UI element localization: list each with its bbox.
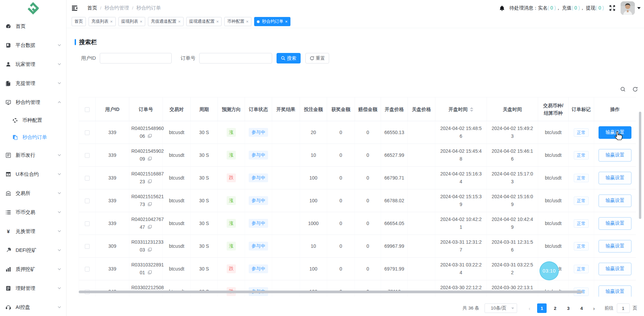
sidebar-item-7[interactable]: 交易所 <box>0 184 66 203</box>
sidebar-item-1[interactable]: 平台数据 <box>0 36 66 55</box>
user-id-input[interactable] <box>100 53 172 63</box>
tab-3[interactable]: 充值通道配置× <box>148 17 184 26</box>
sidebar-item-0[interactable]: 首页 <box>0 17 66 36</box>
copy-icon[interactable] <box>148 201 152 205</box>
copy-icon[interactable] <box>148 246 152 251</box>
logo[interactable] <box>0 0 66 17</box>
copy-icon[interactable] <box>148 133 152 137</box>
column-header-order_no: 订单号 <box>129 97 163 121</box>
row-checkbox[interactable] <box>85 130 90 135</box>
sort-carets-icon[interactable] <box>470 107 473 112</box>
user-menu-caret-icon[interactable] <box>637 7 641 9</box>
breadcrumb-item-0[interactable]: 首页 <box>87 5 97 11</box>
sidebar-item-12[interactable]: 理财管理 <box>0 279 66 298</box>
cell-result <box>272 258 300 280</box>
avatar[interactable] <box>621 1 635 15</box>
sidebar-item-6[interactable]: U本位合约 <box>0 165 66 184</box>
cell-period: 30 S <box>191 235 218 258</box>
tab-close-icon[interactable]: × <box>140 19 143 24</box>
column-header-close_time: 关盘时间 <box>487 97 538 121</box>
sidebar-item-8[interactable]: 币币交易 <box>0 203 66 222</box>
win-lose-setting-button[interactable]: 输赢设置 <box>599 194 631 207</box>
tab-5[interactable]: 币种配置× <box>224 17 251 26</box>
tab-close-icon[interactable]: × <box>178 19 181 24</box>
select-all-checkbox[interactable] <box>85 107 90 112</box>
tab-0[interactable]: 首页 <box>72 17 86 26</box>
order-no-input[interactable] <box>199 53 272 63</box>
cell-checkbox <box>79 258 96 280</box>
cell-currency: btc/usdt <box>538 280 569 297</box>
sidebar-item-9[interactable]: ¥兑换管理 <box>0 222 66 241</box>
goto-page-input[interactable] <box>617 303 630 313</box>
copy-icon[interactable] <box>148 224 152 228</box>
row-checkbox[interactable] <box>85 176 90 181</box>
tab-2[interactable]: 提现列表× <box>118 17 146 26</box>
cell-compensate: 0 <box>355 189 381 212</box>
sidebar-item-4-0[interactable]: 币种配置 <box>0 112 66 129</box>
vertical-scrollbar-thumb[interactable] <box>639 112 641 219</box>
search-button[interactable]: 搜索 <box>277 53 301 63</box>
tab-close-icon[interactable]: × <box>216 19 219 24</box>
tab-close-icon[interactable]: × <box>285 19 288 24</box>
pending-count-0[interactable]: ( 0 ) <box>547 5 556 11</box>
horizontal-scrollbar-thumb[interactable] <box>79 291 583 293</box>
sidebar-item-11[interactable]: 质押挖矿 <box>0 260 66 279</box>
win-lose-setting-button[interactable]: 输赢设置 <box>599 263 631 275</box>
tab-close-icon[interactable]: × <box>110 19 113 24</box>
win-lose-setting-button[interactable]: 输赢设置 <box>599 240 631 253</box>
page-number-4[interactable]: 4 <box>577 303 586 313</box>
column-search-icon[interactable] <box>620 87 626 92</box>
second-contract-icon <box>5 99 11 105</box>
row-checkbox[interactable] <box>85 244 90 249</box>
copy-icon[interactable] <box>148 269 152 274</box>
page-size-select[interactable]: 10条/页 <box>485 303 517 313</box>
countdown-bubble[interactable]: 03:10 <box>539 261 559 280</box>
win-lose-setting-button[interactable]: 输赢设置 <box>599 172 631 184</box>
tab-close-icon[interactable]: × <box>246 19 249 24</box>
sidebar-item-13[interactable]: AI控盘 <box>0 298 66 316</box>
collapse-menu-icon[interactable] <box>72 5 78 12</box>
tab-6[interactable]: 秒合约订单× <box>254 17 290 26</box>
row-checkbox[interactable] <box>85 267 90 272</box>
table-refresh-icon[interactable] <box>632 87 638 92</box>
sidebar-item-4[interactable]: 秒合约管理 <box>0 93 66 112</box>
sidebar-submenu: 币种配置秒合约订单 <box>0 112 66 146</box>
tab-label: 充值通道配置 <box>151 19 176 24</box>
next-page-button[interactable]: › <box>592 305 596 311</box>
fullscreen-icon[interactable] <box>609 5 615 11</box>
chevron-down-icon <box>57 248 61 252</box>
sidebar-item-2[interactable]: 玩家管理 <box>0 55 66 74</box>
cell-order_no: R0402104276747 <box>129 212 163 235</box>
mark-tag: 正常 <box>574 265 589 273</box>
row-checkbox[interactable] <box>85 199 90 203</box>
column-header-open_time[interactable]: 开盘时间 <box>435 97 487 121</box>
sidebar-item-5[interactable]: 新币发行 <box>0 146 66 165</box>
page-number-1[interactable]: 1 <box>537 303 547 313</box>
copy-icon[interactable] <box>148 155 152 160</box>
sidebar-item-10[interactable]: DEFI挖矿 <box>0 241 66 260</box>
bell-icon[interactable] <box>499 5 505 11</box>
page-number-3[interactable]: 3 <box>564 303 573 313</box>
reset-button[interactable]: 重置 <box>305 53 329 63</box>
sidebar-item-3[interactable]: 充提管理 <box>0 74 66 93</box>
pending-count-2[interactable]: ( 0 ) <box>595 5 604 11</box>
tab-4[interactable]: 提现通道配置× <box>186 17 222 26</box>
pending-count-1[interactable]: ( 0 ) <box>571 5 580 11</box>
win-lose-setting-button[interactable]: 输赢设置 <box>599 217 631 230</box>
sidebar-item-label: 玩家管理 <box>16 61 57 68</box>
cell-checkbox <box>79 212 96 235</box>
win-lose-setting-button[interactable]: 输赢设置 <box>599 126 631 139</box>
column-header-mark: 订单标记 <box>569 97 594 121</box>
breadcrumb-separator: / <box>100 5 101 11</box>
cell-result <box>272 212 300 235</box>
sidebar-item-4-1[interactable]: 秒合约订单 <box>0 129 66 146</box>
tab-1[interactable]: 充值列表× <box>89 17 116 26</box>
win-lose-setting-button[interactable]: 输赢设置 <box>599 149 631 162</box>
row-checkbox[interactable] <box>85 221 90 226</box>
copy-icon[interactable] <box>148 178 152 183</box>
chevron-down-icon <box>57 305 61 309</box>
prev-page-button[interactable]: ‹ <box>527 305 532 311</box>
row-checkbox[interactable] <box>85 153 90 158</box>
page-number-2[interactable]: 2 <box>550 303 560 313</box>
tab-label: 秒合约订单 <box>262 19 283 24</box>
